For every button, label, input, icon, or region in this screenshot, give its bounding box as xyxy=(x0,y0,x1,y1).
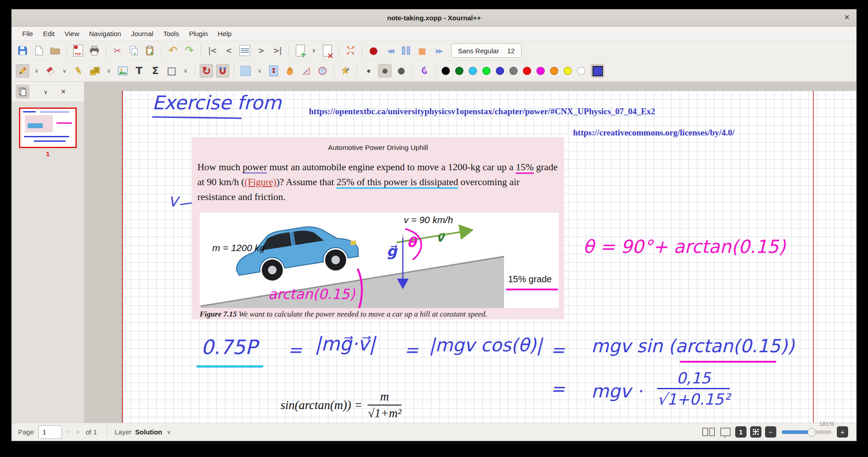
shape-dropdown[interactable]: ∨ xyxy=(181,64,190,78)
record-audio-button[interactable]: ● xyxy=(367,44,380,57)
add-page-dropdown[interactable]: ∨ xyxy=(310,44,318,57)
color-swatch-yellow[interactable] xyxy=(564,67,572,75)
presentation-mode-button[interactable] xyxy=(720,428,731,436)
undo-button[interactable]: ↶ xyxy=(166,44,180,57)
select-dropdown[interactable]: ∨ xyxy=(255,64,264,78)
dual-page-view-button[interactable] xyxy=(702,428,715,436)
menu-edit[interactable]: Edit xyxy=(38,30,60,37)
link-opentextbc[interactable]: https://opentextbc.ca/universityphysicsv… xyxy=(309,107,655,117)
export-pdf-button[interactable]: PDF xyxy=(71,44,85,57)
color-swatch-gray[interactable] xyxy=(509,67,518,75)
color-swatch-cyan[interactable] xyxy=(469,67,477,75)
color-picker-button[interactable] xyxy=(591,64,604,78)
menu-journal[interactable]: Journal xyxy=(126,30,158,37)
cut-button[interactable]: ✂ xyxy=(111,44,124,57)
print-button[interactable] xyxy=(88,44,101,57)
paste-button[interactable] xyxy=(143,44,157,57)
rewind-button[interactable]: ◀◀ xyxy=(383,44,397,57)
copy-icon xyxy=(129,45,139,56)
zoom-in-button[interactable]: + xyxy=(837,426,848,438)
pen-dropdown[interactable]: ∨ xyxy=(32,64,41,78)
math-tex-button[interactable]: Σ xyxy=(149,64,162,78)
fullscreen-button[interactable]: ↖↗ ↙↘ xyxy=(344,44,357,57)
close-window-button[interactable]: ✕ xyxy=(844,13,850,22)
copy-button[interactable] xyxy=(127,44,140,57)
menu-view[interactable]: View xyxy=(60,30,84,37)
eraser-tool-button[interactable] xyxy=(44,64,57,78)
color-swatch-darkgreen[interactable] xyxy=(455,67,463,75)
shape-tool-button[interactable]: □ xyxy=(165,64,178,78)
layer-value[interactable]: Solution xyxy=(135,428,162,436)
pen-tool-button[interactable] xyxy=(16,64,29,78)
latex-fraction: m √1+m² xyxy=(368,390,401,420)
fit-page-button[interactable] xyxy=(750,426,761,438)
hand-tool-button[interactable] xyxy=(283,64,297,78)
figure-link[interactable]: (Figure) xyxy=(245,177,276,187)
highlighter-tool-button[interactable] xyxy=(72,64,85,78)
delete-page-button[interactable]: × xyxy=(321,44,334,57)
eraser-dropdown[interactable]: ∨ xyxy=(60,64,69,78)
menu-file[interactable]: File xyxy=(17,30,38,37)
shape-recognizer-button[interactable] xyxy=(339,64,352,78)
text-template-tool-button[interactable] xyxy=(88,64,102,78)
open-file-button[interactable] xyxy=(48,44,62,57)
page-preview-panel-button[interactable] xyxy=(16,85,29,98)
color-swatch-black[interactable] xyxy=(442,67,450,75)
page-spinner[interactable] xyxy=(238,44,252,57)
next-page-button[interactable]: > xyxy=(254,44,268,57)
zoom-slider[interactable]: 181% xyxy=(782,430,831,434)
first-page-button[interactable]: |< xyxy=(205,44,219,57)
pen-size-medium-button[interactable] xyxy=(378,64,392,78)
color-swatch-red[interactable] xyxy=(523,67,531,75)
page-increment-button[interactable]: + xyxy=(72,428,83,436)
color-swatch-green[interactable] xyxy=(482,67,490,75)
redo-button[interactable]: ↷ xyxy=(182,44,196,57)
setsquare-tool-button[interactable] xyxy=(299,64,313,78)
last-page-button[interactable]: >| xyxy=(271,44,284,57)
font-selector-button[interactable]: Sans Regular 12 xyxy=(451,43,522,58)
text-tool-button[interactable]: T xyxy=(132,64,146,78)
new-document-button[interactable] xyxy=(32,44,46,57)
text-template-dropdown[interactable]: ∨ xyxy=(104,64,113,78)
menu-navigation[interactable]: Navigation xyxy=(84,30,126,37)
first-page-icon: |< xyxy=(208,47,216,55)
rotation-snap-button[interactable]: ↻ xyxy=(200,64,213,78)
single-page-badge[interactable]: 1 xyxy=(735,426,747,438)
sidebar-close-button[interactable]: ✕ xyxy=(56,85,70,98)
pen-size-fine-button[interactable] xyxy=(362,64,375,78)
forward-button[interactable]: ▶▶ xyxy=(432,44,445,57)
page-number-input[interactable] xyxy=(38,425,62,439)
vertical-space-button[interactable]: ↕ xyxy=(267,64,280,78)
layer-dropdown[interactable]: ∨ xyxy=(167,429,171,435)
hand-icon xyxy=(285,66,295,76)
pen-size-thick-button[interactable] xyxy=(394,64,408,78)
previous-page-button[interactable]: < xyxy=(222,44,235,57)
status-bar: Page − + of 1 Layer Solution ∨ 1 − 181% xyxy=(12,423,856,441)
menu-tools[interactable]: Tools xyxy=(158,30,184,37)
add-page-button[interactable]: + xyxy=(294,44,307,57)
color-swatch-magenta[interactable] xyxy=(537,67,545,75)
save-button[interactable] xyxy=(16,44,29,57)
color-swatch-blue[interactable] xyxy=(496,67,504,75)
eq-line2-fraction: 0,15 √1+0.15² xyxy=(657,369,730,408)
pause-button[interactable] xyxy=(399,44,413,57)
color-swatch-white[interactable] xyxy=(577,67,585,75)
link-creativecommons[interactable]: https://creativecommons.org/licenses/by/… xyxy=(573,128,734,138)
insert-image-button[interactable] xyxy=(116,64,130,78)
page-thumbnail[interactable] xyxy=(19,107,77,148)
zoom-out-button[interactable]: − xyxy=(765,426,776,438)
arctan-label: arctan(0.15) xyxy=(268,286,355,302)
page-decrement-button[interactable]: − xyxy=(62,428,72,436)
stop-button[interactable]: ■ xyxy=(415,44,429,57)
undo-icon: ↶ xyxy=(168,45,177,56)
grid-snap-button[interactable] xyxy=(216,64,229,78)
select-rectangle-button[interactable] xyxy=(239,64,252,78)
sidebar-panel-dropdown[interactable]: ∨ xyxy=(39,85,52,98)
zoom-slider-handle[interactable] xyxy=(807,428,816,437)
color-swatch-orange[interactable] xyxy=(550,67,558,75)
menu-plugin[interactable]: Plugin xyxy=(184,30,213,37)
text-tool-icon: T xyxy=(135,66,142,76)
menu-help[interactable]: Help xyxy=(213,30,237,37)
spline-tool-button[interactable] xyxy=(417,64,431,78)
compass-tool-button[interactable] xyxy=(316,64,329,78)
